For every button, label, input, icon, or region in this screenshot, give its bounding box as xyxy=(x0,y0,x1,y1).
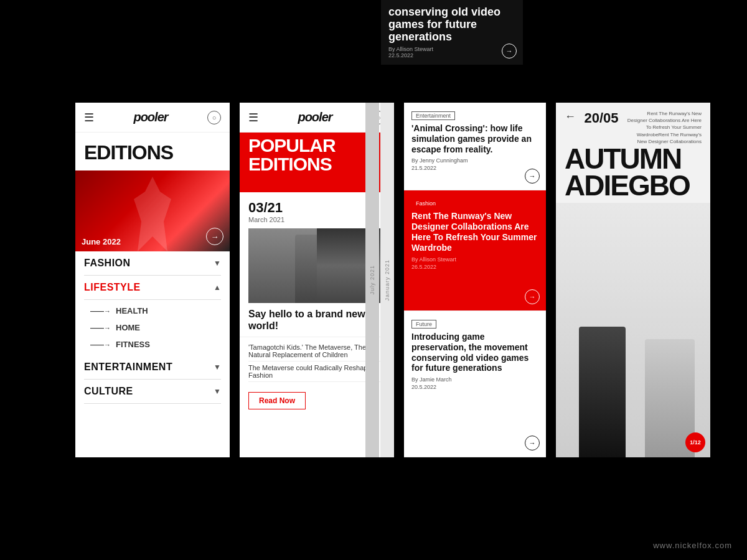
chevron-down-icon: ▼ xyxy=(214,259,221,268)
popular-title-line1: POPULAR xyxy=(248,136,385,155)
article-card-3: Future Introducing game preservation, th… xyxy=(404,311,546,457)
lifestyle-sub-menu: ——→ HEALTH ——→ HOME ——→ FITNESS xyxy=(84,300,221,355)
hero-figure xyxy=(134,177,171,251)
nav-item-lifestyle[interactable]: LIFESTYLE ▲ xyxy=(84,276,221,300)
hero-image: June 2022 → xyxy=(75,170,230,251)
arrow-right-icon: ——→ xyxy=(90,324,111,332)
spread-title-line1: AUTUMN xyxy=(556,145,710,172)
page-counter: 1/12 xyxy=(685,432,705,452)
sub-item-home[interactable]: ——→ HOME xyxy=(90,319,221,336)
arrow-right-icon: ——→ xyxy=(90,307,111,315)
article-headline-1: 'Animal Crossing': how life simulation g… xyxy=(411,123,538,154)
article-arrow-3[interactable]: → xyxy=(525,436,540,450)
spread-meta: Rent The Runway's New Designer Collabora… xyxy=(627,110,702,145)
article-card-2: Fashion Rent The Runway's New Designer C… xyxy=(404,190,546,311)
nav-menu: FASHION ▼ LIFESTYLE ▲ ——→ HEALTH ——→ HOM… xyxy=(75,251,230,404)
article-date-1: 21.5.2022 xyxy=(411,165,538,171)
article-tag-3: Future xyxy=(411,320,436,329)
arrow-right-icon: ——→ xyxy=(90,341,111,348)
spread-image: 1/12 xyxy=(556,203,710,457)
panel2-logo: pooler xyxy=(298,110,332,124)
article-arrow-2[interactable]: → xyxy=(525,289,540,304)
popular-title-line2: EDITIONS xyxy=(248,155,385,174)
nav-panel: ☰ pooler ○ EDITIONS June 2022 → FASHION … xyxy=(75,103,230,457)
article-arrow-1[interactable]: → xyxy=(525,169,540,184)
article-tag-1: Entertainment xyxy=(411,111,455,120)
sub-label-health: HEALTH xyxy=(116,306,148,315)
website-label: www.nickelfox.com xyxy=(653,541,732,550)
back-arrow-icon[interactable]: ← xyxy=(565,110,576,123)
articles-panel: Entertainment 'Animal Crossing': how lif… xyxy=(404,103,546,457)
article-date-3: 20.5.2022 xyxy=(411,384,538,390)
timeline-strips: July 2021 January 2021 xyxy=(365,103,394,457)
partial-article-card: conserving old video games for future ge… xyxy=(381,0,523,65)
article-headline-2: Rent The Runway's New Designer Collabora… xyxy=(411,211,538,253)
editions-panel: ☰ pooler ○ POPULAR EDITIONS 03/21 March … xyxy=(240,103,394,457)
timeline-label-july: July 2021 xyxy=(369,265,375,295)
bottom-bar: www.nickelfox.com xyxy=(0,473,747,560)
model-figure-left xyxy=(579,327,626,457)
hero-arrow-icon[interactable]: → xyxy=(206,228,223,245)
panel1-header: ☰ pooler ○ xyxy=(75,103,230,133)
fashion-spread-panel: ← 20/05 Rent The Runway's New Designer C… xyxy=(556,103,710,457)
hamburger-icon[interactable]: ☰ xyxy=(248,111,258,124)
partial-headline: conserving old video games for future ge… xyxy=(388,6,515,43)
sub-item-health[interactable]: ——→ HEALTH xyxy=(90,302,221,319)
article-tag-2: Fashion xyxy=(411,199,440,208)
panel1-logo: pooler xyxy=(133,110,167,124)
spread-date: 20/05 xyxy=(584,110,618,126)
nav-item-entertainment[interactable]: ENTERTAINMENT ▼ xyxy=(84,355,221,380)
edition-description: Say hello to a brand new world! xyxy=(248,308,385,332)
spread-date-group: 20/05 xyxy=(584,110,618,126)
edition-thumbnail xyxy=(248,228,385,303)
timeline-strip-july: July 2021 xyxy=(365,103,379,457)
timeline-label-january: January 2021 xyxy=(384,259,390,301)
read-now-button[interactable]: Read Now xyxy=(248,392,306,409)
sub-label-home: HOME xyxy=(116,323,140,332)
article-headline-3: Introducing game preservation, the movem… xyxy=(411,332,538,373)
nav-title: EDITIONS xyxy=(75,133,230,170)
mini-link-2[interactable]: The Metaverse could Radically Reshape Fa… xyxy=(248,362,385,382)
article-byline-2: By Allison Stewart xyxy=(411,256,538,263)
nav-item-culture[interactable]: CULTURE ▼ xyxy=(84,380,221,404)
spread-header: ← 20/05 Rent The Runway's New Designer C… xyxy=(556,103,710,145)
sub-item-fitness[interactable]: ——→ FITNESS xyxy=(90,336,221,353)
nav-item-fashion[interactable]: FASHION ▼ xyxy=(84,251,221,276)
chevron-down-icon: ▼ xyxy=(214,387,221,396)
article-byline-3: By Jamie March xyxy=(411,376,538,383)
nav-label-lifestyle: LIFESTYLE xyxy=(84,282,141,293)
spread-title-line2: ADIEGBO xyxy=(556,172,710,198)
nav-label-entertainment: ENTERTAINMENT xyxy=(84,362,172,373)
edition-month: March 2021 xyxy=(248,216,385,223)
partial-date: 22.5.2022 xyxy=(388,52,515,58)
sub-label-fitness: FITNESS xyxy=(116,340,150,349)
partial-byline: By Allison Stewart xyxy=(388,46,515,52)
nav-label-culture: CULTURE xyxy=(84,386,133,397)
edition-code: 03/21 xyxy=(248,200,385,216)
chevron-down-icon: ▼ xyxy=(214,363,221,371)
timeline-strip-january: January 2021 xyxy=(380,103,394,457)
chevron-up-icon: ▲ xyxy=(214,283,221,292)
hamburger-icon[interactable]: ☰ xyxy=(84,111,94,124)
hero-label: June 2022 xyxy=(82,237,121,246)
mini-link-1[interactable]: 'Tamagotchi Kids.' The Metaverse, The Na… xyxy=(248,341,385,362)
article-card-1: Entertainment 'Animal Crossing': how lif… xyxy=(404,103,546,190)
article-date-2: 26.5.2022 xyxy=(411,264,538,270)
article-byline-1: By Jenny Cunningham xyxy=(411,157,538,164)
nav-label-fashion: FASHION xyxy=(84,258,131,269)
user-icon[interactable]: ○ xyxy=(207,111,221,124)
